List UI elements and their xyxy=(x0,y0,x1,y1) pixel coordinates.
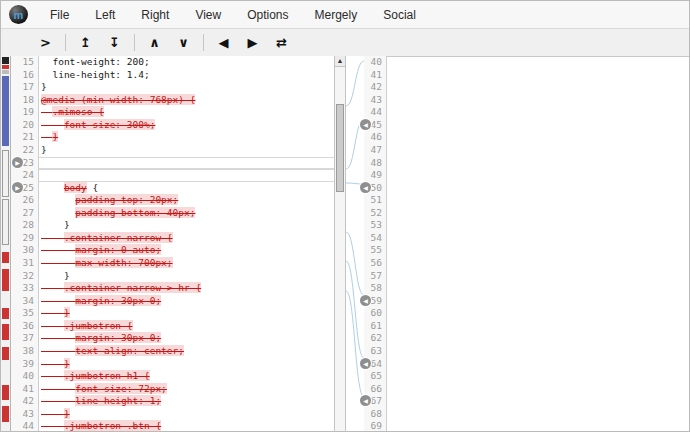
menu-mergely[interactable]: Mergely xyxy=(302,2,371,28)
change-separator xyxy=(39,157,334,158)
menu-items: FileLeftRightViewOptionsMergelySocial xyxy=(37,2,429,28)
deleted-text: font-size: 72px; xyxy=(75,383,167,394)
line-number: 61 xyxy=(364,320,386,333)
code-line[interactable]: .container-narrow { xyxy=(39,232,334,245)
deletion-strike xyxy=(41,244,75,255)
code-line[interactable]: margin: 30px 0; xyxy=(39,332,334,345)
deletion-strike xyxy=(41,307,64,318)
code-line[interactable]: font-size: 300%; xyxy=(39,119,334,132)
line-number: 46 xyxy=(364,131,386,144)
deleted-text: .jumbotron { xyxy=(64,320,133,331)
right-line-gutter: 404142434445◀4647484950◀5152535455565758… xyxy=(364,56,387,432)
swap-sides-button[interactable]: > xyxy=(31,35,60,50)
left-scrollbar-thumb[interactable] xyxy=(336,104,344,192)
code-line[interactable]: padding-top: 20px; xyxy=(39,194,334,207)
code-line[interactable]: } xyxy=(39,408,334,421)
diff-map-block xyxy=(2,57,9,64)
merge-left-marker[interactable]: ◀ xyxy=(360,358,371,369)
code-line[interactable]: .jumbotron { xyxy=(39,320,334,333)
menu-left[interactable]: Left xyxy=(82,2,128,28)
line-number: 31 xyxy=(11,257,38,270)
line-number: 41 xyxy=(364,69,386,82)
map-scroll-thumb[interactable] xyxy=(2,150,9,197)
menu-right[interactable]: Right xyxy=(128,2,182,28)
left-scrollbar[interactable]: ▲ xyxy=(334,56,346,431)
code-line[interactable]: .mimoso { xyxy=(39,106,334,119)
deleted-text: padding-top: 20px; xyxy=(75,194,178,205)
toolbar-separator xyxy=(203,34,204,51)
line-number: 36 xyxy=(11,320,38,333)
code-line[interactable]: font-size: 72px; xyxy=(39,383,334,396)
code-line[interactable]: margin: 0 auto; xyxy=(39,244,334,257)
upload-button[interactable]: ↥ xyxy=(71,35,100,50)
code-line[interactable]: line-height: 1.4; xyxy=(39,69,334,82)
code-line[interactable]: max-width: 700px; xyxy=(39,257,334,270)
code-line[interactable]: text-align: center; xyxy=(39,345,334,358)
code-line[interactable]: } xyxy=(39,131,334,144)
prev-diff-button[interactable]: ∧ xyxy=(140,35,169,50)
code-line[interactable]: } xyxy=(39,219,334,232)
change-separator xyxy=(39,169,334,170)
line-number: 69 xyxy=(364,420,386,432)
code-line[interactable]: } xyxy=(39,307,334,320)
left-line-gutter: 151617181920212223▶2425▶2627282930313233… xyxy=(11,56,39,431)
line-number: 35 xyxy=(11,307,38,320)
menu-options[interactable]: Options xyxy=(234,2,301,28)
line-number: 21 xyxy=(11,131,38,144)
toolbar-separator xyxy=(65,34,66,51)
code-line[interactable]: .jumbotron .btn { xyxy=(39,420,334,431)
deleted-text: margin: 0 auto; xyxy=(75,244,161,255)
scroll-up-icon[interactable]: ▲ xyxy=(335,56,345,67)
swap-merge-button[interactable]: ⇄ xyxy=(267,35,296,50)
merge-left-marker[interactable]: ◀ xyxy=(360,295,371,306)
diff-connector-gap xyxy=(346,56,364,431)
code-line[interactable]: } xyxy=(39,270,334,283)
menu-view[interactable]: View xyxy=(182,2,234,28)
menu-social[interactable]: Social xyxy=(370,2,429,28)
code-line[interactable]: .container-narrow > hr { xyxy=(39,282,334,295)
merge-right-button[interactable]: ▶ xyxy=(238,35,267,50)
merge-right-marker[interactable]: ▶ xyxy=(12,157,23,168)
code-line[interactable]: } xyxy=(39,358,334,371)
code-line[interactable] xyxy=(39,169,334,182)
code-line[interactable]: @media (min-width: 768px) { xyxy=(39,94,334,107)
left-code-pane[interactable]: font-weight: 200; line-height: 1.4;}@med… xyxy=(39,56,334,431)
deleted-text: .mimoso { xyxy=(52,106,103,117)
map-scroll-thumb[interactable] xyxy=(2,199,9,245)
code-line[interactable]: body { xyxy=(39,182,334,195)
deletion-strike xyxy=(41,232,64,243)
code-line[interactable]: .jumbotron h1 { xyxy=(39,370,334,383)
menu-bar: m FileLeftRightViewOptionsMergelySocial xyxy=(1,1,689,29)
code-line[interactable]: line-height: 1; xyxy=(39,395,334,408)
deletion-strike xyxy=(41,131,52,142)
line-number: 49 xyxy=(364,169,386,182)
code-line[interactable]: font-weight: 200; xyxy=(39,56,334,69)
line-number: 40 xyxy=(11,370,38,383)
diff-map-block xyxy=(2,347,9,360)
code-line[interactable]: } xyxy=(39,144,334,157)
code-line[interactable]: margin: 30px 0; xyxy=(39,295,334,308)
deletion-strike xyxy=(41,358,64,369)
merge-right-marker[interactable]: ▶ xyxy=(12,182,23,193)
download-button[interactable]: ↧ xyxy=(100,35,129,50)
code-line[interactable]: padding-bottom: 40px; xyxy=(39,207,334,220)
next-diff-button[interactable]: ∨ xyxy=(169,35,198,50)
left-diff-map[interactable] xyxy=(1,56,11,431)
line-number: 40 xyxy=(364,56,386,69)
code-text: } xyxy=(41,270,70,281)
menu-file[interactable]: File xyxy=(37,2,82,28)
merge-left-marker[interactable]: ◀ xyxy=(360,119,371,130)
line-number: 28 xyxy=(11,219,38,232)
mergely-logo-icon: m xyxy=(9,5,28,24)
deleted-text: @media (min-width: 768px) { xyxy=(41,94,195,105)
code-text: } xyxy=(41,81,47,92)
merge-left-marker[interactable]: ◀ xyxy=(360,395,371,406)
code-text xyxy=(41,194,75,205)
merge-left-button[interactable]: ◀ xyxy=(209,35,238,50)
code-line[interactable] xyxy=(39,157,334,170)
code-text xyxy=(41,207,75,218)
code-line[interactable]: } xyxy=(39,81,334,94)
line-number: 23▶ xyxy=(11,157,38,170)
merge-left-marker[interactable]: ◀ xyxy=(360,182,371,193)
deletion-strike xyxy=(41,395,75,406)
